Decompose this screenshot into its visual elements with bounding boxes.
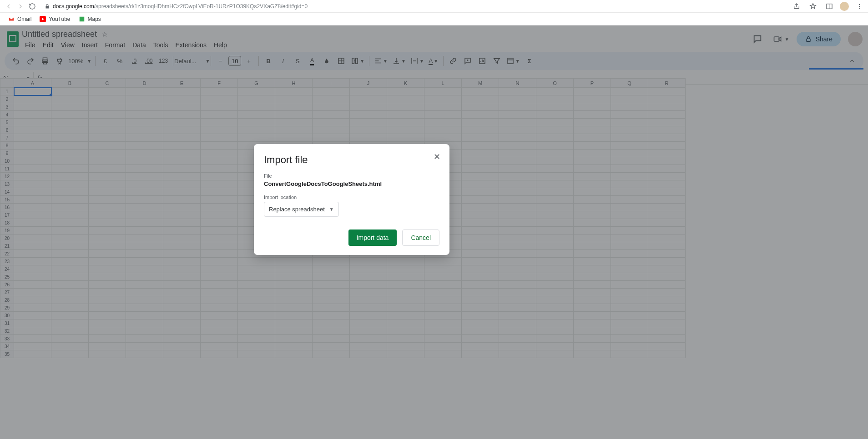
chevron-down-icon: ▼ [329, 207, 334, 212]
file-label: File [264, 173, 439, 179]
svg-point-3 [859, 5, 860, 6]
profile-avatar-small[interactable] [840, 2, 849, 11]
svg-point-4 [859, 7, 860, 8]
bookmarks-bar: Gmail YouTube Maps [0, 13, 868, 25]
url-text: docs.google.com/spreadsheets/d/1z3moqHDh… [53, 3, 308, 10]
file-name: ConvertGoogleDocsToGoogleSheets.html [264, 180, 439, 187]
import-file-dialog: ✕ Import file File ConvertGoogleDocsToGo… [254, 144, 449, 255]
close-button[interactable]: ✕ [430, 150, 443, 163]
panel-icon[interactable] [823, 0, 835, 12]
forward-button [15, 0, 26, 12]
dropdown-value: Replace spreadsheet [269, 206, 325, 213]
bookmark-maps[interactable]: Maps [79, 16, 101, 22]
back-button [3, 0, 15, 12]
dialog-title: Import file [264, 154, 439, 166]
bookmark-label: YouTube [49, 16, 70, 22]
share-url-icon[interactable] [791, 0, 802, 12]
bookmark-youtube[interactable]: YouTube [40, 16, 70, 22]
import-data-button[interactable]: Import data [348, 229, 397, 246]
url-bar[interactable]: docs.google.com/spreadsheets/d/1z3moqHDh… [41, 1, 784, 11]
bookmark-gmail[interactable]: Gmail [8, 16, 31, 22]
browser-menu-icon[interactable] [853, 0, 865, 12]
svg-point-2 [859, 4, 860, 5]
browser-bar: docs.google.com/spreadsheets/d/1z3moqHDh… [0, 0, 868, 13]
cancel-button[interactable]: Cancel [402, 229, 439, 246]
import-location-dropdown[interactable]: Replace spreadsheet ▼ [264, 202, 339, 217]
gmail-icon [8, 16, 15, 22]
svg-rect-0 [827, 4, 832, 9]
bookmark-label: Gmail [17, 16, 31, 22]
youtube-icon [40, 16, 46, 22]
lock-icon [45, 4, 50, 9]
bookmark-star-icon[interactable] [807, 0, 819, 12]
reload-button[interactable] [26, 0, 38, 12]
bookmark-label: Maps [88, 16, 101, 22]
import-location-label: Import location [264, 195, 439, 200]
maps-icon [79, 16, 85, 22]
